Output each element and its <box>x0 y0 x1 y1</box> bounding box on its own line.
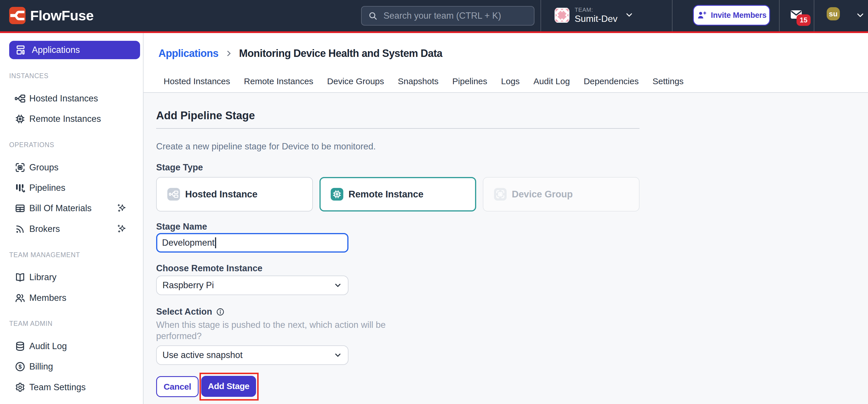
bill-of-materials-icon <box>14 203 26 214</box>
nav-divider <box>672 0 673 31</box>
divider <box>156 128 640 129</box>
tab-hosted-instances[interactable]: Hosted Instances <box>164 76 230 87</box>
sidebar-item-audit-log[interactable]: Audit Log <box>0 336 143 356</box>
main-area: Applications Monitoring Device Health an… <box>144 33 868 404</box>
stage-type-options: Hosted Instance Remote Instance <box>156 177 868 211</box>
flowfuse-logo-icon <box>9 7 26 24</box>
breadcrumb-applications-link[interactable]: Applications <box>158 48 218 59</box>
form-actions: Cancel Add Stage <box>156 373 640 401</box>
info-icon[interactable] <box>216 308 224 316</box>
nav-divider <box>540 0 541 31</box>
sidebar-item-label: Billing <box>29 362 53 372</box>
tab-bar: Hosted Instances Remote Instances Device… <box>164 76 868 92</box>
nav-divider <box>814 0 814 31</box>
sidebar-item-members[interactable]: Members <box>0 288 143 308</box>
sidebar-item-bill-of-materials[interactable]: Bill Of Materials <box>0 198 143 219</box>
sidebar-item-label: Team Settings <box>29 382 86 393</box>
team-settings-icon <box>14 382 26 393</box>
sidebar-item-label: Library <box>29 272 57 283</box>
sidebar-item-label: Audit Log <box>29 341 67 351</box>
stage-name-value: Development <box>162 238 215 248</box>
sidebar-item-remote-instances[interactable]: Remote Instances <box>0 109 143 129</box>
sidebar-section-title: INSTANCES <box>9 71 143 81</box>
annotation-highlight-box <box>199 373 259 401</box>
sidebar-item-library[interactable]: Library <box>0 267 143 288</box>
hosted-instances-icon <box>14 93 26 104</box>
sidebar-item-applications[interactable]: Applications <box>9 41 140 59</box>
sparkles-icon <box>116 203 127 214</box>
sidebar-item-label: Bill Of Materials <box>29 203 92 213</box>
form-description: Create a new pipeline stage for Device t… <box>156 140 868 153</box>
breadcrumb-chevron-icon <box>225 50 233 57</box>
stage-type-label: Stage Type <box>156 162 868 173</box>
stage-type-option-hosted-instance[interactable]: Hosted Instance <box>156 177 313 211</box>
invite-members-button[interactable]: Invite Members <box>693 5 770 26</box>
brand[interactable]: FlowFuse <box>9 7 94 24</box>
select-action-label: Select Action <box>156 306 212 318</box>
tab-remote-instances[interactable]: Remote Instances <box>244 76 313 87</box>
remote-instances-icon <box>14 113 26 125</box>
invite-members-label: Invite Members <box>711 11 767 20</box>
sidebar-item-pipelines[interactable]: Pipelines <box>0 178 143 198</box>
form-title: Add Pipeline Stage <box>156 109 868 122</box>
team-label: TEAM: <box>575 7 593 13</box>
stage-type-option-remote-instance[interactable]: Remote Instance <box>319 177 476 211</box>
remote-instance-select[interactable]: Raspberry Pi <box>156 276 348 295</box>
select-action-help: When this stage is pushed to the next, w… <box>156 319 403 342</box>
page-header: Applications Monitoring Device Health an… <box>144 33 868 93</box>
tab-logs[interactable]: Logs <box>501 76 520 87</box>
breadcrumb: Applications Monitoring Device Health an… <box>158 47 868 60</box>
action-select[interactable]: Use active snapshot <box>156 345 348 365</box>
cancel-button[interactable]: Cancel <box>156 376 198 397</box>
brokers-icon <box>14 223 26 235</box>
sidebar-item-label: Groups <box>29 162 59 173</box>
tab-settings[interactable]: Settings <box>652 76 683 87</box>
team-name[interactable]: Sumit-Dev <box>575 13 617 24</box>
hosted-instance-icon <box>167 188 180 201</box>
library-icon <box>14 271 26 283</box>
sidebar-section-title: OPERATIONS <box>9 140 143 149</box>
remote-instance-icon <box>331 188 343 201</box>
svg-text:$: $ <box>19 364 22 370</box>
sidebar-item-team-settings[interactable]: Team Settings <box>0 377 143 397</box>
tab-snapshots[interactable]: Snapshots <box>398 76 439 87</box>
tab-audit-log[interactable]: Audit Log <box>534 76 570 87</box>
search-input[interactable]: Search your team (CTRL + K) <box>361 6 534 26</box>
user-menu-chevron-down-icon[interactable] <box>856 11 865 20</box>
choose-remote-instance-label: Choose Remote Instance <box>156 263 868 274</box>
team-chevron-down-icon[interactable] <box>625 11 633 19</box>
brand-name: FlowFuse <box>30 7 94 24</box>
nav-divider <box>779 0 780 31</box>
groups-icon <box>14 162 26 173</box>
members-icon <box>14 292 26 304</box>
sidebar: Applications INSTANCES Hosted Instances <box>0 33 144 404</box>
sidebar-item-billing[interactable]: $ Billing <box>0 356 143 377</box>
tab-dependencies[interactable]: Dependencies <box>584 76 639 87</box>
add-pipeline-stage-panel: Add Pipeline Stage Create a new pipeline… <box>144 93 868 401</box>
sidebar-item-label: Applications <box>32 45 80 55</box>
sidebar-item-brokers[interactable]: Brokers <box>0 219 143 239</box>
team-avatar[interactable] <box>555 7 569 23</box>
tab-device-groups[interactable]: Device Groups <box>327 76 384 87</box>
notifications-badge[interactable]: 15 <box>797 15 811 26</box>
user-avatar[interactable]: su <box>827 7 840 20</box>
sidebar-item-groups[interactable]: Groups <box>0 157 143 178</box>
select-action-label-row: Select Action <box>156 306 868 318</box>
sidebar-item-hosted-instances[interactable]: Hosted Instances <box>0 88 143 109</box>
stage-type-option-device-group[interactable]: Device Group <box>483 177 640 211</box>
action-value: Use active snapshot <box>162 350 243 360</box>
billing-icon: $ <box>14 361 26 372</box>
page-title: Monitoring Device Health and System Data <box>239 48 442 59</box>
sidebar-item-label: Members <box>29 293 66 303</box>
tab-pipelines[interactable]: Pipelines <box>453 76 487 87</box>
stage-name-label: Stage Name <box>156 221 868 232</box>
select-chevron-down-icon <box>334 282 342 289</box>
pipelines-icon <box>14 182 26 194</box>
search-placeholder: Search your team (CTRL + K) <box>383 11 501 21</box>
sidebar-item-label: Pipelines <box>29 183 65 193</box>
stage-name-input[interactable]: Development <box>156 233 348 253</box>
text-cursor <box>215 237 216 248</box>
flowfuse-app: FlowFuse Search your team (CTRL + K) <box>0 0 868 404</box>
device-group-icon <box>494 188 507 201</box>
stage-type-option-label: Hosted Instance <box>185 189 257 200</box>
